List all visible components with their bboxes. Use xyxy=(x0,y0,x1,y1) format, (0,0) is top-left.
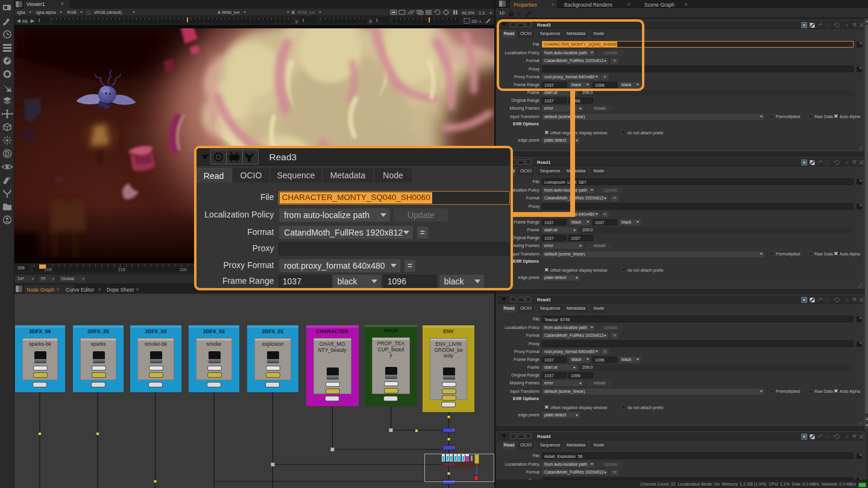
svg-text:?: ? xyxy=(846,23,849,28)
svg-text:?: ? xyxy=(846,434,849,440)
svg-text:2D: 2D xyxy=(471,19,477,24)
svg-text:1:1: 1:1 xyxy=(479,10,485,16)
svg-text:▾: ▾ xyxy=(489,10,492,16)
svg-text:D: D xyxy=(5,151,9,157)
svg-text:90.9%: 90.9% xyxy=(462,10,475,16)
svg-text:?: ? xyxy=(846,160,849,166)
svg-text:▾: ▾ xyxy=(479,20,481,23)
svg-text:✕: ✕ xyxy=(517,11,521,17)
svg-text:?: ? xyxy=(846,298,849,303)
